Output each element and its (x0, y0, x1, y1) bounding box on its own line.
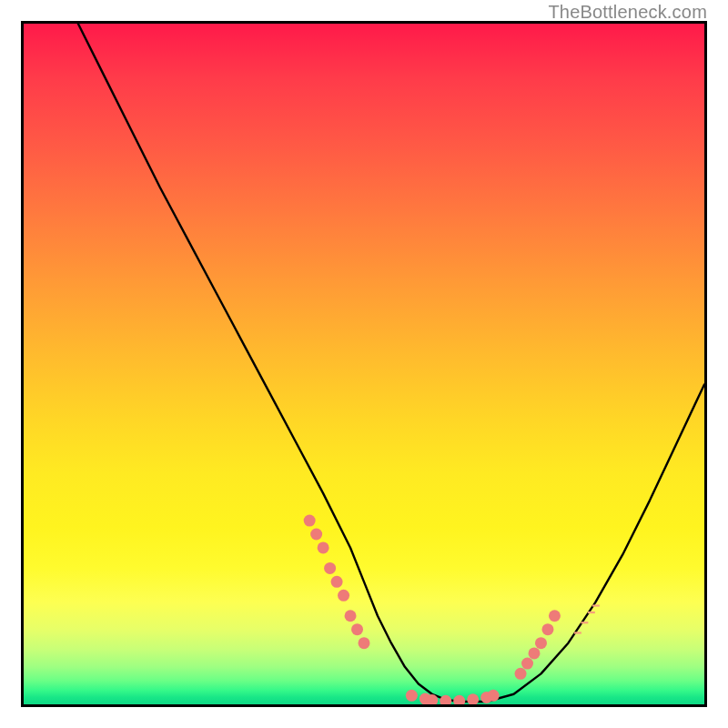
data-point-dot (406, 690, 418, 702)
data-point-dot (331, 576, 343, 588)
data-point-dot (324, 562, 336, 574)
data-point-dot (535, 637, 547, 649)
watermark-text: TheBottleneck.com (548, 2, 707, 23)
data-point-dot (453, 695, 465, 704)
data-point-dot (345, 610, 357, 622)
data-point-dot (529, 647, 541, 659)
data-point-dot (488, 690, 500, 702)
data-point-dot (521, 658, 533, 670)
data-point-dot (467, 693, 479, 704)
data-point-dot (549, 610, 561, 622)
right-cluster-dots (515, 610, 561, 680)
bottleneck-curve (78, 24, 704, 702)
data-point-dot (541, 623, 553, 635)
data-point-dot (310, 529, 322, 541)
bottom-cluster-dots (406, 690, 500, 704)
data-point-dot (351, 623, 363, 635)
plot-area (21, 21, 707, 707)
chart-svg (24, 24, 704, 704)
data-point-dot (359, 637, 370, 649)
left-cluster-dots (304, 515, 370, 650)
data-point-dot (318, 541, 329, 553)
data-point-dot (440, 695, 451, 704)
data-point-dot (304, 515, 316, 527)
chart-frame: TheBottleneck.com (0, 0, 728, 728)
data-point-dot (515, 668, 527, 680)
data-point-dot (338, 590, 349, 602)
